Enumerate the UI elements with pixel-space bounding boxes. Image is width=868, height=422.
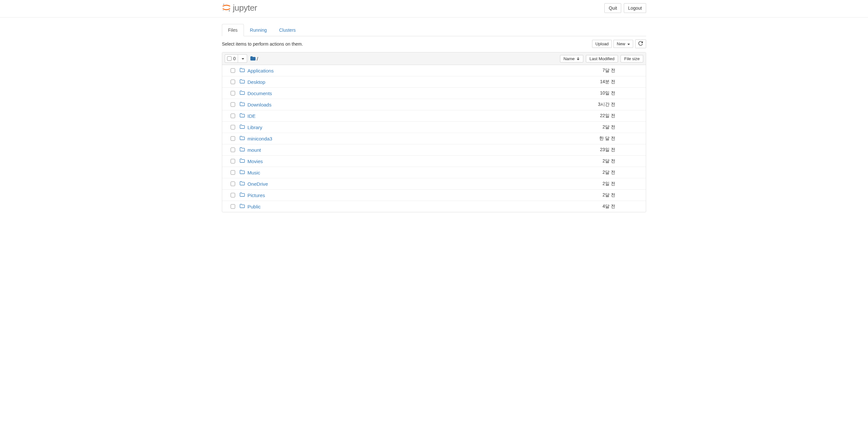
item-modified: 2일 전 [559,181,617,187]
folder-outline-icon [240,159,245,164]
row-checkbox[interactable] [230,136,235,141]
row-checkbox[interactable] [230,68,235,73]
new-label: New [617,41,625,46]
item-modified: 10일 전 [559,90,617,96]
row-checkbox[interactable] [230,125,235,129]
svg-point-1 [229,10,230,12]
folder-icon [250,56,255,62]
item-modified: 3시간 전 [559,102,617,107]
arrow-down-icon [577,56,580,61]
sort-size-button[interactable]: File size [621,55,643,62]
new-dropdown-button[interactable]: New [614,40,633,48]
item-link[interactable]: Movies [247,159,263,164]
item-modified: 4달 전 [559,203,617,209]
item-link[interactable]: IDE [247,113,255,119]
list-item: miniconda3한 달 전 [222,133,646,144]
list-header: 0 / Name [222,53,646,65]
item-link[interactable]: Music [247,170,260,175]
item-link[interactable]: Desktop [247,79,265,85]
list-item: Music2달 전 [222,167,646,178]
logout-button[interactable]: Logout [624,3,646,13]
folder-outline-icon [240,193,245,198]
item-link[interactable]: Downloads [247,102,271,107]
list-item: Documents10일 전 [222,88,646,99]
select-all-dropdown[interactable] [238,55,247,62]
item-link[interactable]: Public [247,204,261,209]
item-link[interactable]: Documents [247,91,272,96]
folder-outline-icon [240,102,245,107]
row-checkbox[interactable] [230,113,235,118]
item-link[interactable]: Pictures [247,193,265,198]
sort-name-button[interactable]: Name [560,55,583,62]
svg-point-2 [223,10,224,11]
upload-button[interactable]: Upload [592,40,612,48]
folder-outline-icon [240,91,245,96]
item-link[interactable]: Library [247,125,262,130]
folder-outline-icon [240,181,245,186]
folder-outline-icon [240,79,245,85]
refresh-button[interactable] [635,39,646,48]
item-modified: 2달 전 [559,158,617,164]
breadcrumb[interactable]: / [250,56,258,62]
list-item: Pictures2달 전 [222,190,646,201]
jupyter-icon [222,3,231,13]
tab-clusters[interactable]: Clusters [273,24,302,36]
row-checkbox[interactable] [230,182,235,186]
selected-count: 0 [233,56,236,61]
jupyter-logo[interactable]: jupyter [222,1,257,14]
folder-outline-icon [240,147,245,153]
item-modified: 2달 전 [559,124,617,130]
folder-outline-icon [240,170,245,175]
folder-outline-icon [240,136,245,141]
caret-down-icon [242,58,244,60]
folder-outline-icon [240,68,245,73]
list-item: Library2달 전 [222,122,646,133]
row-checkbox[interactable] [230,204,235,209]
list-item: Desktop14분 전 [222,76,646,88]
svg-point-0 [223,4,224,5]
row-checkbox[interactable] [230,170,235,175]
tab-files[interactable]: Files [222,24,244,36]
tab-running[interactable]: Running [244,24,273,36]
row-checkbox[interactable] [230,159,235,163]
top-header: jupyter Quit Logout [0,0,868,18]
tabs: FilesRunningClusters [222,24,646,36]
item-modified: 23일 전 [559,147,617,153]
logo-text: jupyter [233,3,257,13]
toolbar-hint: Select items to perform actions on them. [222,41,303,46]
name-col-label: Name [563,56,575,61]
item-modified: 2달 전 [559,192,617,198]
item-modified: 7달 전 [559,68,617,73]
list-item: IDE22일 전 [222,110,646,122]
list-item: mount23일 전 [222,144,646,156]
row-checkbox[interactable] [230,193,235,197]
item-modified: 22일 전 [559,113,617,119]
item-link[interactable]: mount [247,147,261,153]
row-checkbox[interactable] [230,79,235,84]
file-list: 0 / Name [222,52,646,212]
list-item: OneDrive2일 전 [222,178,646,190]
caret-down-icon [627,44,630,45]
select-all-control: 0 [225,54,247,63]
folder-outline-icon [240,204,245,209]
item-link[interactable]: miniconda3 [247,136,272,141]
list-item: Applications7달 전 [222,65,646,76]
refresh-icon [639,42,643,46]
select-all-checkbox[interactable] [227,56,231,61]
item-modified: 14분 전 [559,79,617,85]
item-modified: 2달 전 [559,170,617,175]
sort-modified-button[interactable]: Last Modified [586,55,618,62]
list-item: Movies2달 전 [222,156,646,167]
folder-outline-icon [240,125,245,130]
list-item: Public4달 전 [222,201,646,212]
quit-button[interactable]: Quit [604,3,621,13]
row-checkbox[interactable] [230,91,235,95]
item-link[interactable]: OneDrive [247,181,268,187]
folder-outline-icon [240,113,245,119]
row-checkbox[interactable] [230,148,235,152]
item-link[interactable]: Applications [247,68,274,73]
row-checkbox[interactable] [230,102,235,107]
breadcrumb-separator: / [257,56,258,62]
toolbar: Select items to perform actions on them.… [222,36,646,52]
item-modified: 한 달 전 [559,136,617,141]
